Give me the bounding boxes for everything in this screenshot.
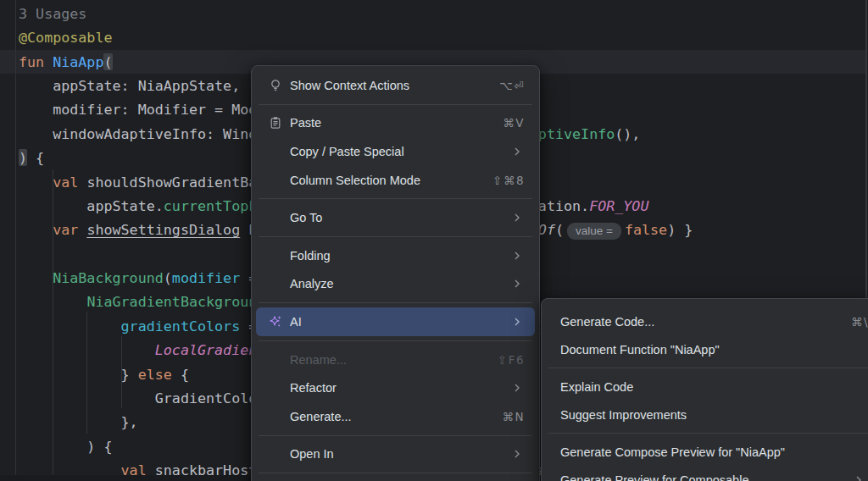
clipboard-icon: [267, 116, 284, 130]
menu-item-ai[interactable]: AI: [256, 307, 535, 336]
code-line[interactable]: 3 Usages: [19, 2, 693, 25]
menu-separator: [259, 435, 532, 436]
ai-sparkle-icon: [267, 314, 284, 329]
menu-item-generate[interactable]: Generate... ⌘N: [252, 402, 539, 431]
lightbulb-icon: [267, 79, 284, 92]
menu-separator: [259, 236, 532, 237]
menu-item-refactor[interactable]: Refactor: [252, 373, 539, 402]
menu-item-show-context-actions[interactable]: Show Context Actions ⌥⏎: [252, 71, 539, 100]
usages-inlay-hint[interactable]: 3 Usages: [19, 5, 86, 22]
submenu-chevron-icon: [514, 449, 520, 459]
matched-paren: (: [103, 53, 112, 70]
submenu-chevron-icon: [514, 213, 520, 223]
menu-separator: [259, 104, 532, 105]
code-line[interactable]: @Composable: [19, 25, 693, 49]
menu-item-go-to[interactable]: Go To: [252, 203, 539, 232]
menu-separator: [259, 302, 532, 303]
submenu-item-generate-code[interactable]: Generate Code... ⌘\: [542, 307, 868, 335]
menu-item-paste[interactable]: Paste ⌘V: [252, 109, 539, 138]
menu-separator: [548, 433, 868, 434]
menu-item-folding[interactable]: Folding: [252, 241, 539, 270]
ai-submenu: Generate Code... ⌘\ Document Function "N…: [541, 298, 868, 481]
parameter-name-hint: value =: [567, 223, 621, 240]
menu-separator: [548, 368, 868, 368]
menu-item-column-selection-mode[interactable]: Column Selection Mode ⇧⌘8: [252, 166, 539, 195]
menu-item-analyze[interactable]: Analyze: [252, 270, 539, 299]
submenu-item-generate-compose-preview[interactable]: Generate Compose Preview for "NiaApp": [542, 438, 868, 466]
submenu-item-generate-preview-for-composable[interactable]: Generate Preview for Composable: [542, 466, 868, 481]
matched-paren: ): [19, 149, 27, 166]
menu-separator: [259, 473, 532, 473]
menu-item-copy-paste-special[interactable]: Copy / Paste Special: [252, 137, 539, 166]
menu-item-rename: Rename... ⇧F6: [252, 346, 539, 374]
ide-editor-screen: 3 Usages @Composable fun NiaApp( appStat…: [0, 0, 868, 481]
submenu-chevron-icon: [514, 383, 520, 393]
submenu-chevron-icon: [514, 279, 520, 289]
menu-separator: [259, 198, 532, 199]
submenu-item-suggest-improvements[interactable]: Suggest Improvements: [542, 401, 868, 428]
submenu-chevron-icon: [514, 251, 520, 261]
submenu-chevron-icon: [514, 147, 520, 157]
submenu-item-document-function[interactable]: Document Function "NiaApp": [542, 335, 868, 363]
submenu-chevron-icon: [514, 317, 520, 327]
menu-item-open-in[interactable]: Open In: [252, 440, 539, 469]
menu-separator: [259, 340, 532, 341]
context-menu: Show Context Actions ⌥⏎ Paste ⌘V Copy / …: [251, 65, 540, 481]
submenu-chevron-icon: [855, 475, 862, 481]
gutter-separator: [15, 0, 16, 481]
submenu-item-explain-code[interactable]: Explain Code: [542, 373, 868, 401]
